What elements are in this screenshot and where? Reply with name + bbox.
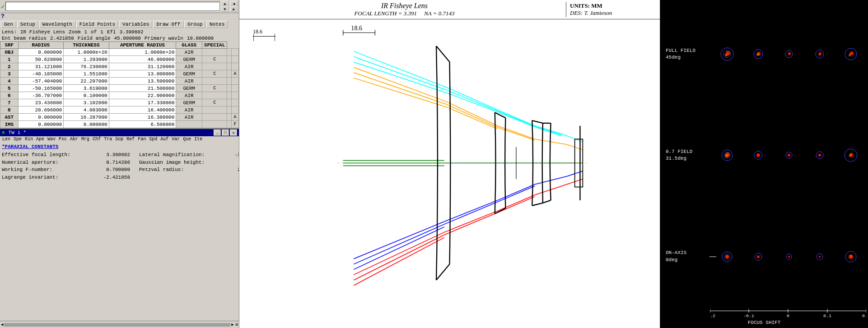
tw-menu-item-abr[interactable]: Abr	[69, 137, 79, 142]
cell-radius[interactable]: -50.165000	[18, 85, 63, 92]
cell-thickness[interactable]: 1.551000	[64, 70, 109, 78]
menu-wavelength[interactable]: Wavelength	[39, 21, 75, 28]
menu-group[interactable]: Group	[184, 21, 205, 28]
cell-radius[interactable]: -57.404000	[18, 78, 63, 85]
cell-radius[interactable]: 23.436000	[18, 99, 63, 106]
scroll-up-btn[interactable]: ▲	[221, 1, 229, 6]
cell-thickness[interactable]: 3.619000	[64, 85, 109, 92]
tw-menu-item-len[interactable]: Len	[1, 137, 12, 142]
menu-draw-off[interactable]: Draw Off	[153, 21, 183, 28]
cell-srf[interactable]: 8	[0, 106, 19, 114]
tw-close-btn[interactable]: ✕	[230, 129, 237, 136]
tw-menu-item-rin[interactable]: Rin	[23, 137, 34, 142]
tw-maximize-btn[interactable]: □	[222, 129, 229, 136]
tw-minimize-btn[interactable]: _	[214, 129, 221, 136]
tw-menu-item-var[interactable]: Var	[170, 137, 181, 142]
tw-menu-item-ite[interactable]: Ite	[193, 137, 204, 142]
cell-glass-flag[interactable]	[202, 121, 227, 128]
btn-top-right-2[interactable]: ▶	[230, 6, 238, 12]
cell-aperture[interactable]: 17.330000	[109, 99, 176, 106]
cell-aperture[interactable]: 31.120000	[109, 63, 176, 70]
cell-glass-flag[interactable]	[202, 49, 227, 56]
cell-aperture[interactable]: 21.500000	[109, 85, 176, 92]
cell-srf[interactable]: 7	[0, 99, 19, 106]
cell-aperture[interactable]: 6.500000	[109, 121, 176, 128]
cell-special-flag[interactable]	[232, 49, 239, 56]
cell-special-flag[interactable]	[232, 106, 239, 114]
cell-srf[interactable]: IMS	[0, 121, 19, 128]
help-icon[interactable]: ?	[1, 13, 5, 20]
tw-menu-item-sop[interactable]: Sop	[114, 137, 125, 142]
menu-gen[interactable]: Gen	[1, 21, 16, 28]
scroll-down-btn[interactable]: ▼	[221, 6, 229, 12]
cell-srf[interactable]: 5	[0, 85, 19, 92]
cell-aperture[interactable]: 16.400000	[109, 106, 176, 114]
menu-notes[interactable]: Notes	[206, 21, 228, 28]
cell-aperture[interactable]: 46.000000	[109, 56, 176, 63]
tw-menu-item-tra[interactable]: Tra	[103, 137, 113, 142]
cell-thickness[interactable]: 1.293000	[64, 56, 109, 63]
cell-aperture[interactable]: 1.0000e+20	[109, 49, 176, 56]
cell-thickness[interactable]: 22.297000	[64, 78, 109, 85]
cell-thickness[interactable]: 3.102000	[64, 99, 109, 106]
cell-srf[interactable]: 2	[0, 63, 19, 70]
scroll-left-icon[interactable]: ◀	[1, 322, 3, 327]
cell-srf[interactable]: 3	[0, 70, 19, 78]
cell-srf[interactable]: 6	[0, 92, 19, 99]
tw-menu-item-pxc[interactable]: Pxc	[57, 137, 68, 142]
cell-srf[interactable]: AST	[0, 114, 19, 121]
cell-thickness[interactable]: 4.083000	[64, 106, 109, 114]
cell-special-flag[interactable]	[232, 92, 239, 99]
menu-variables[interactable]: Variables	[119, 21, 152, 28]
cell-special-flag[interactable]: F	[232, 121, 239, 128]
cell-radius[interactable]: -40.185000	[18, 70, 63, 78]
cell-radius[interactable]: 28.696000	[18, 106, 63, 114]
cell-glass-flag[interactable]	[202, 78, 227, 85]
lens-table-scroll[interactable]: SRF RADIUS THICKNESS APERTURE RADIUS GLA…	[0, 42, 239, 128]
cell-special-flag[interactable]: A	[232, 70, 239, 78]
cell-radius[interactable]: -36.707000	[18, 92, 63, 99]
cell-special-flag[interactable]	[232, 85, 239, 92]
cell-special-flag[interactable]	[232, 63, 239, 70]
cell-radius[interactable]: 31.121000	[18, 63, 63, 70]
cell-special-flag[interactable]	[232, 78, 239, 85]
tw-menu-item-ref[interactable]: Ref	[125, 137, 136, 142]
cell-special-flag[interactable]	[232, 99, 239, 106]
tw-menu-item-spe[interactable]: Spe	[12, 137, 23, 142]
cell-radius[interactable]: 0.000000	[18, 114, 63, 121]
cell-srf[interactable]: 1	[0, 56, 19, 63]
tw-menu-item-auf[interactable]: Auf	[159, 137, 170, 142]
cell-glass-flag[interactable]	[202, 114, 227, 121]
cell-radius[interactable]: 0.000000	[18, 49, 63, 56]
tw-menu-item-fan[interactable]: Fan	[136, 137, 147, 142]
cell-aperture[interactable]: 13.500000	[109, 78, 176, 85]
cell-glass-flag[interactable]: C	[202, 56, 227, 63]
main-input[interactable]	[5, 2, 220, 11]
cell-radius[interactable]: 0.000000	[18, 121, 63, 128]
tw-menu-item-chf[interactable]: Chf	[91, 137, 102, 142]
tw-menu-item-wav[interactable]: Wav	[46, 137, 57, 142]
cell-thickness[interactable]: 1.0000e+20	[64, 49, 109, 56]
tw-menu-item-mrg[interactable]: Mrg	[80, 137, 91, 142]
cell-aperture[interactable]: 16.380000	[109, 114, 176, 121]
cell-glass-flag[interactable]: C	[202, 99, 227, 106]
menu-field-points[interactable]: Field Points	[76, 21, 118, 28]
cell-glass-flag[interactable]	[202, 92, 227, 99]
cell-glass-flag[interactable]: C	[202, 85, 227, 92]
cell-thickness[interactable]: 0.100000	[64, 92, 109, 99]
cell-special-flag[interactable]	[232, 56, 239, 63]
cell-glass-flag[interactable]: C	[202, 70, 227, 78]
cell-srf[interactable]: OBJ	[0, 49, 19, 56]
tw-menu-item-spd[interactable]: Spd	[148, 137, 159, 142]
checkmark-icon[interactable]: ✓	[1, 3, 5, 10]
tw-menu-item-que[interactable]: Que	[182, 137, 192, 142]
menu-setup[interactable]: Setup	[17, 21, 38, 28]
cell-special-flag[interactable]: A	[232, 114, 239, 121]
cell-thickness[interactable]: 0.000000	[64, 121, 109, 128]
cell-radius[interactable]: 50.628000	[18, 56, 63, 63]
cell-glass-flag[interactable]	[202, 63, 227, 70]
cell-thickness[interactable]: 76.230000	[64, 63, 109, 70]
cell-aperture[interactable]: 22.000000	[109, 92, 176, 99]
cell-srf[interactable]: 4	[0, 78, 19, 85]
cell-aperture[interactable]: 13.000000	[109, 70, 176, 78]
